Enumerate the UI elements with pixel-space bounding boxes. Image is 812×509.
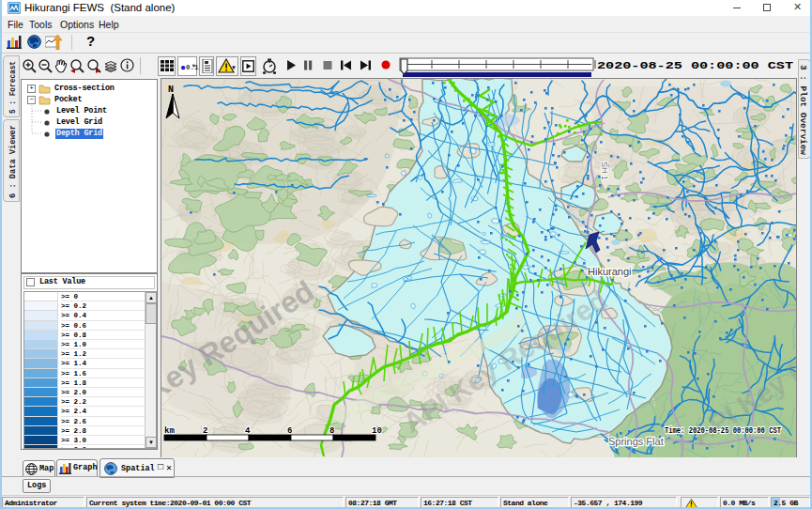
svg-text:10: 10 xyxy=(372,426,382,436)
svg-text:Springs Flat: Springs Flat xyxy=(608,436,664,447)
svg-text:6 : Data Viewer: 6 : Data Viewer xyxy=(8,125,18,198)
svg-text:2020-08-25 00:00:00 CST: 2020-08-25 00:00:00 CST xyxy=(597,60,793,71)
svg-text:Hikurangi: Hikurangi xyxy=(588,266,631,277)
svg-text:6: 6 xyxy=(287,426,292,436)
svg-text:5 : Forecast: 5 : Forecast xyxy=(8,61,18,114)
svg-text:km: km xyxy=(164,426,175,436)
svg-text:N: N xyxy=(168,85,174,95)
svg-text:Time: 2020-08-25 00:00:00 CST: Time: 2020-08-25 00:00:00 CST xyxy=(665,425,781,436)
svg-text:SH 1: SH 1 xyxy=(600,162,609,180)
svg-text:4: 4 xyxy=(245,426,251,436)
svg-text:3 : Plot Overview: 3 : Plot Overview xyxy=(799,65,807,156)
svg-text:2: 2 xyxy=(203,426,207,436)
svg-text:8: 8 xyxy=(329,426,334,436)
